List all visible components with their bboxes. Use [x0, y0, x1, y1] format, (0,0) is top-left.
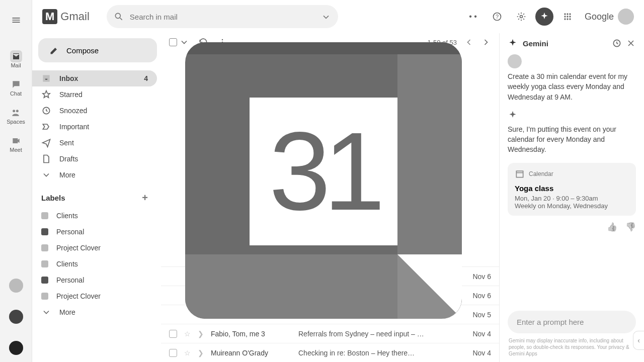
svg-point-11: [569, 16, 571, 17]
more-icon[interactable]: [217, 37, 227, 47]
svg-point-6: [564, 13, 566, 15]
nav-label: Sent: [59, 139, 74, 147]
sparkle-icon: [508, 110, 518, 120]
calendar-card[interactable]: Calendar Yoga class Mon, Jan 20 · 9:00 –…: [508, 163, 636, 216]
app-name: Gmail: [60, 10, 89, 23]
sidebar-item-starred[interactable]: Starred: [32, 86, 157, 103]
gemini-fineprint: Gemini may display inaccurate info, incl…: [509, 337, 635, 357]
chevron-down-icon[interactable]: [179, 37, 189, 47]
apprail-label: Mail: [11, 62, 21, 68]
sidebar-item-snoozed[interactable]: Snoozed: [32, 103, 157, 119]
apprail-chat[interactable]: Chat: [10, 78, 22, 97]
label-item[interactable]: Personal: [32, 272, 157, 288]
mail-row[interactable]: ☆ ❯ Muireann O'Grady Checking in re: Bos…: [161, 343, 499, 362]
important-marker-icon[interactable]: ❯: [198, 330, 204, 338]
inbox-count: 4: [144, 74, 148, 82]
status-bubble-3[interactable]: [9, 341, 23, 355]
apprail-mail[interactable]: Mail: [10, 50, 22, 68]
chevron-right-icon[interactable]: [481, 37, 491, 47]
thumbs-down-button[interactable]: 👎: [625, 222, 636, 232]
star-icon: [41, 89, 51, 100]
label-item[interactable]: Project Clover: [32, 288, 157, 304]
labels-heading: Labels: [41, 194, 65, 202]
svg-point-12: [564, 18, 566, 20]
label-item[interactable]: Clients: [32, 208, 157, 224]
label-dot-icon: [41, 293, 48, 300]
history-icon[interactable]: [612, 38, 622, 48]
gemini-title: Gemini: [523, 39, 548, 48]
thumbs-up-button[interactable]: 👍: [607, 222, 617, 232]
row-checkbox[interactable]: [169, 349, 177, 357]
search-bar[interactable]: [107, 5, 338, 28]
gemini-prompt-input[interactable]: Enter a prompt here: [508, 311, 636, 333]
label-item[interactable]: Project Clover: [32, 240, 157, 256]
sidebar-item-important[interactable]: Important: [32, 119, 157, 135]
calendar-icon: [515, 169, 525, 179]
nav-label: More: [59, 171, 75, 179]
compose-button[interactable]: Compose: [38, 38, 157, 62]
apprail-label: Chat: [10, 90, 22, 97]
svg-point-18: [222, 44, 223, 46]
mail-row[interactable]: s Nov 6: [161, 266, 499, 286]
important-marker-icon[interactable]: ❯: [198, 349, 204, 357]
sidepanel-collapse-button[interactable]: ‹: [633, 331, 644, 350]
label-text: More: [59, 308, 75, 316]
svg-point-5: [520, 16, 522, 18]
star-icon[interactable]: ☆: [184, 330, 191, 338]
apprail-spaces[interactable]: Spaces: [7, 107, 25, 125]
label-dot-icon: [41, 260, 48, 267]
meet-icon: [11, 136, 21, 146]
chevron-left-icon[interactable]: [464, 37, 474, 47]
mail-row[interactable]: ☆ ❯ Fabio, Tom, me 3 Referrals from Sydn…: [161, 324, 499, 343]
mail-subject: Referrals from Sydney – need input – …: [298, 330, 459, 338]
gemini-button[interactable]: [535, 8, 553, 26]
label-text: Project Clover: [56, 244, 101, 252]
settings-button[interactable]: [511, 7, 531, 27]
svg-point-1: [16, 110, 19, 112]
tune-icon[interactable]: [321, 12, 331, 22]
gemini-user-prompt: Create a 30 min calendar event for my we…: [508, 71, 636, 102]
labels-more[interactable]: More: [32, 304, 157, 320]
sidebar-item-sent[interactable]: Sent: [32, 135, 157, 151]
sidebar-item-more[interactable]: More: [32, 167, 157, 183]
star-icon[interactable]: ☆: [184, 349, 191, 357]
svg-point-13: [567, 18, 568, 20]
search-input[interactable]: [130, 13, 315, 21]
card-recur: Weekly on Monday, Wednesday: [515, 202, 629, 210]
sparkle-icon: [539, 12, 549, 22]
page-counter: 1-50 of 53: [427, 39, 457, 46]
gmail-logo[interactable]: M Gmail: [42, 9, 90, 24]
search-icon: [114, 12, 124, 22]
svg-rect-20: [516, 171, 523, 177]
compose-label: Compose: [66, 46, 99, 55]
status-bubble-2[interactable]: [9, 310, 23, 324]
label-item[interactable]: Personal: [32, 224, 157, 240]
label-text: Clients: [56, 212, 78, 220]
svg-point-10: [567, 16, 568, 17]
account-avatar[interactable]: [618, 9, 634, 25]
mail-row[interactable]: Nov 6: [161, 286, 499, 305]
gemini-reply: Sure, I'm putting this event on your cal…: [508, 124, 636, 155]
status-dot[interactable]: • •: [463, 7, 483, 27]
add-label-button[interactable]: +: [142, 192, 148, 204]
important-icon: [41, 122, 51, 132]
help-button[interactable]: ?: [487, 7, 507, 27]
apprail-label: Meet: [10, 147, 22, 153]
refresh-icon[interactable]: [198, 37, 208, 47]
label-item[interactable]: Clients: [32, 256, 157, 272]
menu-button[interactable]: [6, 10, 26, 30]
apprail-meet[interactable]: Meet: [10, 135, 22, 153]
status-bubble-1[interactable]: [9, 279, 23, 293]
gmail-m-icon: M: [42, 9, 57, 24]
svg-point-14: [569, 18, 571, 20]
mail-row[interactable]: Nov 5: [161, 305, 499, 324]
gear-icon: [516, 12, 526, 22]
sidebar-item-drafts[interactable]: Drafts: [32, 151, 157, 167]
close-icon[interactable]: [626, 38, 636, 48]
sidebar-item-inbox[interactable]: Inbox 4: [32, 70, 157, 86]
row-checkbox[interactable]: [169, 330, 177, 338]
select-all-checkbox[interactable]: [169, 38, 177, 46]
brand-right: Google: [585, 12, 614, 22]
top-header: M Gmail • • ? Google: [32, 0, 644, 33]
apps-button[interactable]: [557, 7, 578, 27]
